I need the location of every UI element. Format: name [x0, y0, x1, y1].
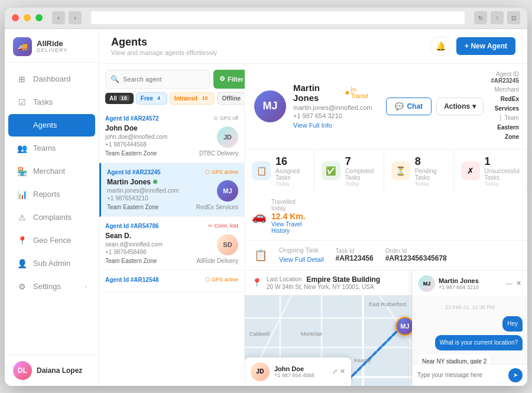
tab-all-label: All: [109, 95, 117, 102]
completed-icon: ✅: [322, 161, 340, 180]
stat-sub: Today: [485, 181, 520, 187]
chat-agent-avatar: MJ: [419, 275, 435, 292]
travel-history-link[interactable]: View Travel History: [271, 221, 307, 234]
agent-big-avatar: MJ: [254, 90, 286, 122]
svg-text:Kearny: Kearny: [354, 358, 371, 363]
actions-button[interactable]: Actions ▾: [436, 98, 484, 115]
chat-close-btn[interactable]: ✕: [516, 280, 521, 287]
sidebar-item-settings[interactable]: ⚙ Settings ›: [8, 275, 95, 298]
sidebar-item-geo-fence[interactable]: 📍 Geo Fence: [8, 229, 95, 252]
sidebar-item-complaints[interactable]: ⚠ Complaints: [8, 206, 95, 229]
stat-number: 7: [345, 155, 377, 168]
sidebar-item-sub-admin[interactable]: 👤 Sub Admin: [8, 252, 95, 275]
chat-agent-name: Martin Jones: [439, 277, 479, 284]
fullscreen-btn[interactable]: ⊡: [507, 11, 520, 24]
back-btn[interactable]: ‹: [52, 11, 65, 24]
tab-intransit[interactable]: Intransit 10: [170, 92, 215, 105]
agent-detail-info: Martin Jones In-Transit martin.jones@inn…: [293, 83, 372, 130]
sidebar-item-label: Agents: [33, 121, 57, 129]
agent-detail-header: MJ Martin Jones In-Transit martin.jones@…: [245, 64, 527, 150]
ongoing-task-link[interactable]: View Full Detail: [279, 256, 324, 263]
agent-phone: +1 9876543210: [107, 195, 179, 202]
stat-sub: Today: [275, 181, 307, 187]
popup-actions: ⤢ ✕: [332, 368, 345, 375]
popup-expand-btn[interactable]: ⤢: [332, 368, 338, 375]
reports-icon: 📊: [17, 189, 27, 200]
stat-pending: ⏳ 8 Pending Tasks Today: [384, 150, 454, 193]
sidebar-item-agents[interactable]: 👤 Agents: [8, 114, 95, 137]
stat-label: Unsuccessful Tasks: [485, 168, 520, 181]
assigned-icon: 📋: [252, 161, 271, 180]
agent-card-martin-jones[interactable]: Agent Id #AR23245 ⬡ GPS active Martin Jo…: [99, 163, 244, 217]
john-doe-popup: JD John Doe +1 987 654 4568 ⤢ ✕: [245, 358, 351, 386]
agent-avatar: MJ: [217, 180, 238, 202]
chat-icon: 💬: [395, 102, 404, 111]
chat-button[interactable]: 💬 Chat: [386, 98, 432, 115]
agent-phone: +1 9876458486: [105, 249, 163, 255]
tab-free[interactable]: Free 4: [136, 92, 167, 105]
share-btn[interactable]: ↑: [491, 11, 504, 24]
sidebar-item-teams[interactable]: 👥 Teams: [8, 137, 95, 160]
teams-icon: 👥: [17, 143, 27, 154]
notification-button[interactable]: 🔔: [430, 36, 450, 56]
search-input[interactable]: [123, 76, 205, 83]
popup-phone: +1 987 654 4568: [274, 372, 314, 378]
agent-avatar: SD: [217, 234, 238, 255]
main-header: Agents View and manage agents effortless…: [99, 29, 527, 64]
actions-btn-label: Actions: [444, 102, 470, 111]
ongoing-task-title: Ongoing Task: [279, 246, 324, 254]
sidebar-footer: DL Daiana Lopez: [5, 355, 99, 386]
sidebar-item-tasks[interactable]: ☑ Tasks: [8, 91, 95, 113]
filter-icon: ⚙: [219, 75, 225, 83]
agent-detail-phone: +1 987 654 3210: [293, 112, 372, 119]
chat-minimize-btn[interactable]: —: [506, 280, 512, 287]
merchant-icon: 🏪: [17, 166, 27, 177]
page-title-area: Agents View and manage agents effortless…: [111, 36, 217, 56]
sidebar-item-label: Settings: [33, 282, 61, 291]
logo-text: AllRide DELIVERY: [37, 40, 67, 53]
user-avatar-img: DL: [13, 361, 32, 380]
sidebar-item-label: Tasks: [33, 98, 53, 106]
chat-input[interactable]: [417, 372, 505, 378]
forward-btn[interactable]: ›: [69, 11, 82, 24]
view-full-info-link[interactable]: View Full Info: [293, 122, 332, 129]
agent-card-john-doe[interactable]: Agent Id #AR24572 ⊙ GPS off John Doe joh…: [99, 109, 244, 163]
popup-close-btn[interactable]: ✕: [340, 368, 345, 375]
agent-id: Agent Id #AR54786: [105, 223, 159, 229]
agent-team: Team Eastern Zone: [105, 150, 157, 157]
location-address: 20 W 34th St, New York, NY 10001, USA: [267, 284, 380, 290]
agent-card-ar12548[interactable]: Agent Id #AR12548 ⬡ GPS active: [99, 271, 244, 292]
sidebar-item-merchant[interactable]: 🏪 Merchant: [8, 160, 95, 183]
reload-btn[interactable]: ↻: [474, 11, 487, 24]
agent-email: martin.jones@innofled.com: [107, 187, 179, 194]
maximize-btn[interactable]: [35, 14, 43, 21]
filter-button[interactable]: ⚙ Filter: [213, 70, 249, 89]
chevron-down-icon: ▾: [472, 102, 476, 111]
close-btn[interactable]: [12, 14, 19, 21]
tasks-icon: ☑: [17, 97, 27, 108]
chat-message-2: What is your current location?: [435, 335, 523, 350]
tab-all[interactable]: All 16: [105, 93, 134, 104]
sidebar-item-dashboard[interactable]: ⊞ Dashboard: [8, 68, 95, 90]
chat-agent-phone: +1 987 654 3210: [439, 284, 479, 290]
svg-text:East Rutherford: East Rutherford: [369, 301, 406, 307]
stat-label: Assigned Tasks: [275, 168, 307, 181]
address-bar[interactable]: [91, 11, 465, 24]
agent-id: Agent Id #AR23245: [107, 169, 161, 176]
ongoing-task-row: 📋 Ongoing Task View Full Detail Task Id …: [245, 241, 527, 271]
agent-phone: +1 9876444568: [105, 141, 167, 148]
agent-avatar: JD: [217, 126, 238, 148]
minimize-btn[interactable]: [24, 14, 31, 21]
chat-input-row: ➤: [413, 364, 527, 386]
chat-send-button[interactable]: ➤: [508, 368, 523, 382]
tab-free-label: Free: [141, 95, 153, 102]
new-agent-button[interactable]: + New Agent: [456, 37, 515, 55]
sidebar-item-label: Dashboard: [33, 74, 71, 83]
gps-status: ⊙ GPS off: [213, 115, 238, 121]
agent-name: Sean D.: [105, 232, 163, 240]
sidebar-item-reports[interactable]: 📊 Reports: [8, 183, 95, 206]
agent-card-sean-d[interactable]: Agent Id #AR54786 ✂ Conn. lost Sean D. s…: [99, 217, 244, 271]
stat-sub: Today: [415, 181, 446, 187]
stat-label: Pending Tasks: [415, 168, 446, 181]
chevron-icon: ›: [85, 283, 87, 290]
